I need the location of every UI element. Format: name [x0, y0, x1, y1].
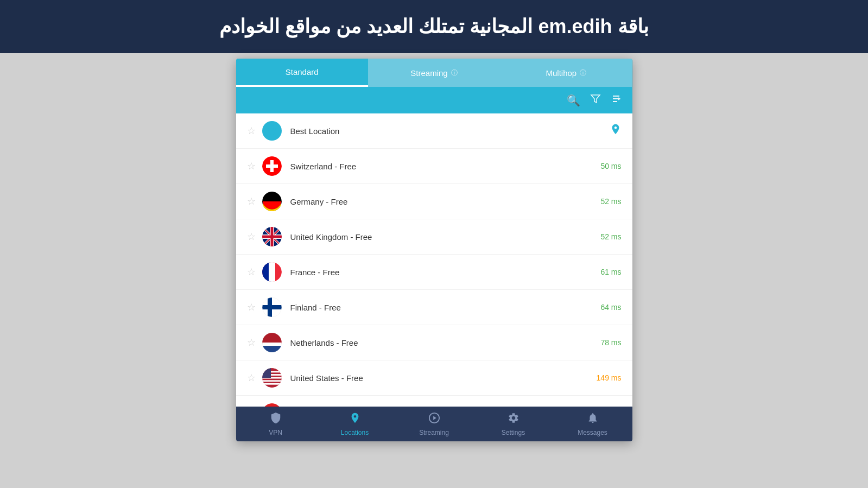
latency-fi: 64 ms: [600, 303, 621, 312]
toolbar: 🔍: [236, 87, 632, 113]
tab-multihop-info: ⓘ: [580, 68, 586, 78]
location-name-de: Germany - Free: [290, 197, 601, 206]
latency-fr: 61 ms: [600, 268, 621, 276]
list-item-fr[interactable]: ☆ France - Free 61 ms: [236, 255, 632, 290]
flag-fi: [262, 297, 282, 317]
banner-text: باقة hide.me المجانية تمتلك العديد من مو…: [33, 15, 835, 38]
location-pin-best: [610, 123, 622, 138]
flag-al: 🦅: [262, 403, 282, 407]
svg-rect-6: [266, 164, 278, 168]
location-name-best: Best Location: [290, 126, 610, 136]
location-name-ch: Switzerland - Free: [290, 162, 601, 171]
star-icon-us[interactable]: ☆: [247, 372, 256, 384]
star-icon-de[interactable]: ☆: [247, 195, 256, 207]
screen: باقة hide.me المجانية تمتلك العديد من مو…: [0, 0, 868, 488]
flag-best: [262, 121, 282, 141]
tab-multihop[interactable]: Multihop ⓘ: [500, 59, 632, 87]
svg-rect-33: [262, 368, 271, 378]
latency-ch: 50 ms: [600, 162, 621, 170]
nav-locations[interactable]: Locations: [315, 407, 395, 441]
list-item-de[interactable]: ☆ Germany - Free 52 ms: [236, 184, 632, 219]
tab-streaming-label: Streaming: [410, 68, 447, 78]
flag-de: [262, 192, 282, 211]
nav-locations-label: Locations: [341, 429, 369, 436]
location-name-fi: Finland - Free: [290, 303, 601, 312]
nav-settings[interactable]: Settings: [474, 407, 553, 441]
list-item-nl[interactable]: ☆: [236, 325, 632, 360]
star-icon-fi[interactable]: ☆: [247, 301, 256, 313]
latency-de: 52 ms: [600, 197, 621, 206]
star-icon-nl[interactable]: ☆: [247, 337, 256, 348]
location-name-fr: France - Free: [290, 268, 601, 277]
flag-us: [262, 368, 282, 388]
streaming-icon: [428, 412, 440, 427]
list-item-us[interactable]: ☆ United States - Free 149 ms: [236, 360, 632, 396]
tab-multihop-label: Multihop: [546, 68, 576, 78]
latency-nl: 78 ms: [600, 338, 621, 347]
list-item-fi[interactable]: ☆ Finland - Free 64 ms: [236, 290, 632, 325]
star-icon-ch[interactable]: ☆: [247, 160, 256, 172]
star-icon-fr[interactable]: ☆: [247, 266, 256, 278]
app-panel: Standard Streaming ⓘ Multihop ⓘ 🔍: [236, 59, 632, 441]
search-icon[interactable]: 🔍: [567, 94, 580, 107]
svg-rect-15: [269, 262, 275, 282]
location-list: ☆ Best Location ☆: [236, 113, 632, 407]
nav-streaming[interactable]: Streaming: [395, 407, 474, 441]
nav-vpn[interactable]: VPN: [236, 407, 315, 441]
svg-rect-14: [262, 262, 269, 282]
top-banner: باقة hide.me المجانية تمتلك العديد من مو…: [0, 0, 868, 53]
flag-gb: [262, 227, 282, 246]
bottom-nav: VPN Locations Streaming: [236, 407, 632, 441]
list-item-gb[interactable]: ☆ United Kingdom - Free 52 ms: [236, 219, 632, 255]
location-name-nl: Netherlands - Free: [290, 338, 601, 347]
settings-icon: [508, 412, 519, 427]
location-name-us: United States - Free: [290, 373, 597, 383]
location-name-gb: United Kingdom - Free: [290, 232, 601, 242]
svg-rect-32: [262, 383, 282, 385]
tab-streaming[interactable]: Streaming ⓘ: [368, 59, 500, 87]
svg-marker-0: [591, 95, 600, 103]
list-item-best[interactable]: ☆ Best Location: [236, 113, 632, 149]
nav-streaming-label: Streaming: [419, 429, 449, 436]
filter-icon[interactable]: [590, 93, 601, 107]
flag-ch: [262, 156, 282, 176]
flag-nl: [262, 333, 282, 352]
tab-standard-label: Standard: [286, 67, 319, 77]
nav-vpn-label: VPN: [269, 429, 282, 436]
tab-streaming-info: ⓘ: [451, 68, 458, 78]
latency-gb: 52 ms: [600, 232, 621, 241]
locations-icon: [349, 412, 361, 427]
svg-point-35: [262, 403, 282, 407]
flag-fr: [262, 262, 282, 282]
tabs-bar: Standard Streaming ⓘ Multihop ⓘ: [236, 59, 632, 87]
nav-messages-label: Messages: [578, 429, 607, 436]
sort-icon[interactable]: [611, 93, 622, 107]
star-icon-gb[interactable]: ☆: [247, 231, 256, 243]
messages-icon: [587, 412, 599, 427]
list-item-ch[interactable]: ☆ Switzerland - Free 50 ms: [236, 149, 632, 184]
svg-rect-18: [268, 297, 272, 317]
nav-messages[interactable]: Messages: [553, 407, 632, 441]
svg-rect-12: [262, 236, 282, 238]
svg-marker-41: [433, 416, 436, 420]
svg-rect-31: [262, 380, 282, 382]
nav-settings-label: Settings: [502, 429, 525, 436]
star-icon-best[interactable]: ☆: [247, 125, 256, 137]
latency-us: 149 ms: [597, 373, 622, 382]
list-item-al[interactable]: ☆ 🦅 Albania ⇧ Upgrade your plan: [236, 396, 632, 407]
tab-standard[interactable]: Standard: [236, 59, 368, 87]
vpn-icon: [270, 412, 282, 427]
